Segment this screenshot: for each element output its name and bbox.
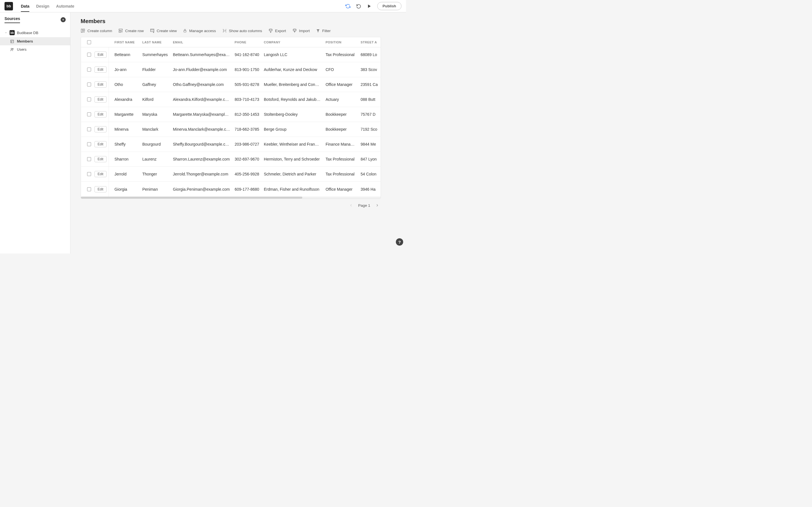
cell-last-name: Kilford	[140, 97, 171, 102]
tab-automate[interactable]: Automate	[56, 1, 74, 12]
tab-data[interactable]: Data	[21, 1, 29, 12]
cell-last-name: Thonger	[140, 172, 171, 176]
row-checkbox[interactable]	[87, 172, 91, 176]
table-row[interactable]: EditSharronLaurenzSharron.Laurenz@exampl…	[81, 152, 380, 167]
column-header-email[interactable]: Email	[170, 41, 232, 44]
cell-last-name: Maryska	[140, 112, 171, 117]
create-row-button[interactable]: Create row	[118, 29, 144, 33]
cell-last-name: Manclark	[140, 127, 171, 131]
cell-first-name: Jerrold	[109, 172, 140, 176]
svg-rect-3	[11, 40, 14, 43]
row-checkbox[interactable]	[87, 53, 91, 57]
table-row[interactable]: EditBetteannSummerhayesBetteann.Summerha…	[81, 47, 380, 62]
play-icon[interactable]	[366, 3, 372, 9]
column-header-phone[interactable]: Phone	[232, 41, 262, 44]
create-view-button[interactable]: Create view	[150, 29, 177, 33]
edit-button[interactable]: Edit	[94, 186, 107, 192]
svg-point-24	[269, 29, 272, 30]
cell-street: 088 Butt	[358, 97, 380, 102]
import-button[interactable]: Import	[292, 29, 310, 33]
users-icon	[10, 48, 15, 52]
table-row[interactable]: EditJo-annFludderJo-ann.Fludder@example.…	[81, 62, 380, 77]
row-checkbox[interactable]	[87, 112, 91, 116]
svg-rect-16	[151, 29, 154, 32]
prev-page-button[interactable]	[349, 203, 354, 208]
help-button[interactable]: ?	[396, 238, 403, 245]
tab-design[interactable]: Design	[36, 1, 49, 12]
refresh-icon[interactable]	[345, 3, 351, 9]
edit-button[interactable]: Edit	[94, 52, 107, 58]
cell-company: Stoltenberg-Dooley	[262, 112, 323, 117]
select-all-checkbox[interactable]	[87, 40, 91, 44]
row-checkbox[interactable]	[87, 157, 91, 161]
edit-button[interactable]: Edit	[94, 156, 107, 162]
edit-button[interactable]: Edit	[94, 66, 107, 73]
scrollbar-thumb[interactable]	[81, 196, 302, 199]
svg-rect-13	[119, 31, 121, 33]
filter-button[interactable]: Filter	[316, 29, 331, 33]
tree-item-database[interactable]: bb Budibase DB	[0, 28, 70, 37]
svg-rect-9	[83, 29, 85, 31]
table-row[interactable]: EditSheffyBourgourdSheffy.Bourgourd@exam…	[81, 137, 380, 152]
cell-phone: 302-697-9670	[232, 157, 262, 161]
edit-button[interactable]: Edit	[94, 96, 107, 103]
add-source-button[interactable]	[61, 17, 66, 22]
table-row[interactable]: EditAlexandraKilfordAlexandra.Kilford@ex…	[81, 92, 380, 107]
publish-button[interactable]: Publish	[377, 2, 402, 10]
row-checkbox[interactable]	[87, 98, 91, 101]
table-toolbar: Create column Create row Create view Man…	[81, 29, 396, 33]
column-header-first-name[interactable]: First Name	[109, 41, 140, 44]
column-header-company[interactable]: Company	[262, 41, 323, 44]
tree-item-label: Users	[17, 47, 27, 52]
column-header-street[interactable]: Street A	[358, 41, 380, 44]
row-checkbox[interactable]	[87, 187, 91, 191]
svg-point-25	[293, 29, 296, 30]
table-row[interactable]: EditMargaretteMaryskaMargarette.Maryska@…	[81, 107, 380, 122]
app-logo[interactable]: bb	[4, 2, 13, 10]
edit-button[interactable]: Edit	[94, 126, 107, 132]
table-row[interactable]: EditJerroldThongerJerrold.Thonger@exampl…	[81, 167, 380, 182]
row-checkbox[interactable]	[87, 82, 91, 87]
svg-marker-26	[317, 29, 320, 33]
cell-company: Schmeler, Dietrich and Parker	[262, 172, 323, 176]
cell-company: Hermiston, Terry and Schroeder	[262, 157, 323, 161]
edit-button[interactable]: Edit	[94, 81, 107, 88]
cell-position: Office Manager	[323, 187, 358, 191]
cell-company: Botsford, Reynolds and Jakubo…	[262, 97, 323, 102]
svg-rect-20	[184, 31, 186, 32]
edit-button[interactable]: Edit	[94, 171, 107, 177]
cell-email: Jerrold.Thonger@example.com	[170, 172, 232, 176]
horizontal-scrollbar[interactable]	[81, 196, 380, 199]
show-auto-columns-button[interactable]: Show auto columns	[222, 29, 262, 33]
database-icon: bb	[10, 30, 15, 35]
svg-rect-12	[119, 29, 122, 31]
column-header-position[interactable]: Position	[323, 41, 358, 44]
row-checkbox[interactable]	[87, 127, 91, 131]
cell-first-name: Alexandra	[109, 97, 140, 102]
cell-street: 68089 Lo	[358, 52, 380, 57]
row-checkbox[interactable]	[87, 142, 91, 146]
tool-label: Create column	[87, 29, 112, 33]
table-row[interactable]: EditOthoGaffneyOtho.Gaffney@example.com5…	[81, 77, 380, 92]
create-column-button[interactable]: Create column	[81, 29, 112, 33]
row-checkbox[interactable]	[87, 68, 91, 71]
edit-button[interactable]: Edit	[94, 111, 107, 117]
manage-access-button[interactable]: Manage access	[183, 29, 216, 33]
cell-first-name: Sheffy	[109, 142, 140, 147]
tree-item-users[interactable]: Users	[0, 45, 70, 54]
export-button[interactable]: Export	[268, 29, 286, 33]
cell-position: Actuary	[323, 97, 358, 102]
cell-position: Finance Manager	[323, 142, 358, 147]
cell-phone: 941-162-8740	[232, 52, 262, 57]
tree-item-members[interactable]: Members	[0, 37, 70, 45]
next-page-button[interactable]	[375, 203, 380, 208]
edit-button[interactable]: Edit	[94, 141, 107, 147]
members-table: First Name Last Name Email Phone Company…	[81, 37, 381, 199]
table-row[interactable]: EditMinervaManclarkMinerva.Manclark@exam…	[81, 122, 380, 137]
table-row[interactable]: EditGiorgiaPenimanGiorgia.Peniman@exampl…	[81, 182, 380, 196]
cell-first-name: Giorgia	[109, 187, 140, 191]
column-header-last-name[interactable]: Last Name	[140, 41, 171, 44]
cell-phone: 803-710-4173	[232, 97, 262, 102]
cell-last-name: Fludder	[140, 67, 171, 72]
undo-icon[interactable]	[356, 3, 361, 9]
